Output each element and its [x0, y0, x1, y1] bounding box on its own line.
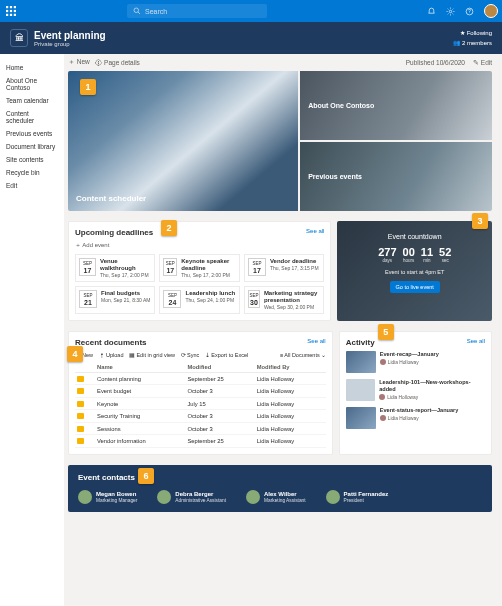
nav-docs[interactable]: Document library — [6, 141, 58, 154]
site-logo[interactable]: 🏛 — [10, 29, 28, 47]
published-date: Published 10/6/2020 — [406, 59, 465, 67]
event-title: Vendor deadline — [270, 258, 319, 265]
event-title: Keynote speaker deadline — [181, 258, 236, 272]
site-header: 🏛 Event planning Private group ★ Followi… — [0, 22, 502, 54]
deadlines-seeall[interactable]: See all — [306, 228, 324, 234]
col-name[interactable]: Name — [95, 362, 185, 373]
event-subtitle: Thu, Sep 17, 2:00 PM — [100, 272, 152, 278]
activity-item-by: Lidia Holloway — [379, 394, 485, 400]
nav-about[interactable]: About One Contoso — [6, 75, 58, 95]
nav-recycle[interactable]: Recycle bin — [6, 167, 58, 180]
svg-rect-7 — [10, 14, 12, 16]
event-card[interactable]: SEP24 Leadership lunchThu, Sep 24, 1:00 … — [159, 286, 239, 314]
docs-grid[interactable]: ▦ Edit in grid view — [129, 352, 175, 358]
event-date: SEP17 — [248, 258, 266, 276]
nav-scheduler[interactable]: Content scheduler — [6, 108, 58, 128]
page-details-button[interactable]: 🛈 Page details — [95, 59, 140, 66]
event-subtitle: Wed, Sep 30, 2:00 PM — [264, 304, 321, 310]
follow-link[interactable]: ★ Following — [453, 28, 492, 38]
doc-modified: October 3 — [185, 410, 254, 422]
table-row[interactable]: Security Training October 3 Lidia Hollow… — [75, 410, 326, 422]
waffle-icon — [6, 6, 16, 16]
nav-contents[interactable]: Site contents — [6, 154, 58, 167]
nav-calendar[interactable]: Team calendar — [6, 95, 58, 108]
activity-seeall[interactable]: See all — [467, 338, 485, 344]
annotation-1: 1 — [80, 79, 96, 95]
event-title: Final budgets — [101, 290, 150, 297]
svg-rect-8 — [14, 14, 16, 16]
event-card[interactable]: SEP21 Final budgetsMon, Sep 21, 8:30 AM — [75, 286, 155, 314]
countdown-webpart: 3 Event countdown 277days00hours11min52s… — [337, 221, 492, 321]
nav-edit[interactable]: Edit — [6, 180, 58, 193]
nav-home[interactable]: Home — [6, 62, 58, 75]
suite-bar: Search ? — [0, 0, 502, 22]
contact-person[interactable]: Megan BowenMarketing Manager — [78, 490, 137, 504]
folder-icon — [77, 426, 84, 432]
event-date: SEP30 — [248, 290, 260, 308]
svg-rect-0 — [6, 6, 8, 8]
docs-view[interactable]: ≡ All Documents ⌄ — [280, 352, 326, 358]
event-title: Marketing strategy presentation — [264, 290, 321, 304]
folder-icon — [77, 413, 84, 419]
activity-item[interactable]: Event-status-report—January Lidia Hollow… — [346, 407, 485, 429]
table-row[interactable]: Sessions October 3 Lidia Holloway — [75, 422, 326, 434]
add-event-button[interactable]: ＋ Add event — [75, 241, 324, 250]
col-modified[interactable]: Modified — [185, 362, 254, 373]
table-row[interactable]: Keynote July 15 Lidia Holloway — [75, 397, 326, 409]
folder-icon — [77, 388, 84, 394]
contact-person[interactable]: Patti FernandezPresident — [326, 490, 389, 504]
contact-person[interactable]: Alex WilberMarketing Assistant — [246, 490, 306, 504]
col-modifiedby[interactable]: Modified By — [255, 362, 326, 373]
person-role: Marketing Assistant — [264, 498, 306, 503]
svg-rect-3 — [6, 10, 8, 12]
docs-table: Name Modified Modified By Content planni… — [75, 362, 326, 448]
person-avatar — [326, 490, 340, 504]
search-placeholder: Search — [145, 8, 167, 15]
event-date: SEP17 — [163, 258, 177, 276]
help-icon[interactable]: ? — [465, 7, 474, 16]
activity-item[interactable]: Leadership-101—New-workshops-added Lidia… — [346, 379, 485, 401]
doc-modified: July 15 — [185, 397, 254, 409]
event-card[interactable]: SEP30 Marketing strategy presentationWed… — [244, 286, 324, 314]
doc-modifiedby: Lidia Holloway — [255, 373, 326, 385]
activity-item-by: Lidia Holloway — [380, 415, 459, 421]
hero-tile-previous[interactable]: Previous events — [300, 142, 492, 211]
event-subtitle: Thu, Sep 24, 1:00 PM — [185, 297, 235, 303]
settings-icon[interactable] — [446, 7, 455, 16]
hero-tile-about[interactable]: About One Contoso — [300, 71, 492, 140]
table-row[interactable]: Content planning September 25 Lidia Holl… — [75, 373, 326, 385]
app-launcher[interactable] — [0, 0, 22, 22]
table-row[interactable]: Vendor information September 25 Lidia Ho… — [75, 435, 326, 447]
docs-sync[interactable]: ⟳ Sync — [181, 352, 199, 358]
nav-previous[interactable]: Previous events — [6, 128, 58, 141]
hero-main-tile[interactable]: Content scheduler — [68, 71, 298, 211]
activity-item[interactable]: Event-recap—January Lidia Holloway — [346, 351, 485, 373]
go-live-button[interactable]: Go to live event — [390, 281, 440, 293]
svg-line-10 — [138, 12, 140, 14]
docs-upload[interactable]: ⭱ Upload — [99, 352, 123, 358]
edit-page-button[interactable]: ✎ Edit — [473, 59, 492, 67]
notifications-icon[interactable] — [427, 7, 436, 16]
doc-name: Sessions — [95, 422, 185, 434]
doc-modified: September 25 — [185, 435, 254, 447]
annotation-3: 3 — [472, 213, 488, 229]
person-name: Megan Bowen — [96, 491, 137, 498]
folder-icon — [77, 438, 84, 444]
search-box[interactable]: Search — [127, 4, 267, 18]
new-button[interactable]: ＋ New — [68, 58, 90, 67]
countdown-part: 11min — [421, 246, 433, 263]
event-subtitle: Thu, Sep 17, 3:15 PM — [270, 265, 319, 271]
event-card[interactable]: SEP17 Vendor deadlineThu, Sep 17, 3:15 P… — [244, 254, 324, 282]
person-avatar — [246, 490, 260, 504]
event-card[interactable]: SEP17 Venue walkthroughThu, Sep 17, 2:00… — [75, 254, 155, 282]
contact-person[interactable]: Debra BergerAdministrative Assistant — [157, 490, 226, 504]
docs-seeall[interactable]: See all — [307, 338, 325, 344]
user-avatar[interactable] — [484, 4, 498, 18]
members-link[interactable]: 👥 2 members — [453, 38, 492, 48]
countdown-part: 00hours — [403, 246, 415, 263]
activity-title: Activity — [346, 338, 485, 347]
docs-export[interactable]: ⤓ Export to Excel — [205, 352, 248, 358]
page-command-bar: ＋ New 🛈 Page details Published 10/6/2020… — [68, 58, 492, 67]
table-row[interactable]: Event budget October 3 Lidia Holloway — [75, 385, 326, 397]
event-card[interactable]: SEP17 Keynote speaker deadlineThu, Sep 1… — [159, 254, 239, 282]
